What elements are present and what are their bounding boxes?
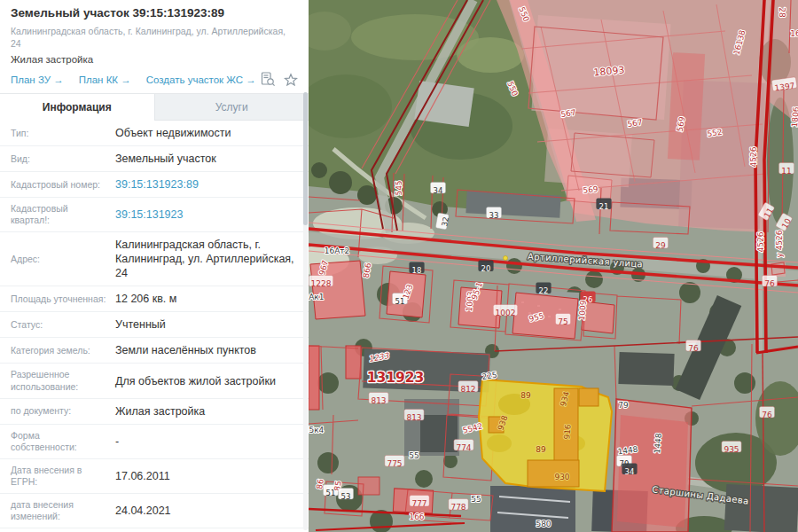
field-value: Учтенный	[115, 317, 298, 332]
svg-text:1448: 1448	[653, 433, 663, 454]
svg-text:545: 545	[395, 180, 403, 195]
map-label: 16	[790, 29, 798, 38]
field-label: Тип:	[11, 128, 115, 139]
parcel-usage-subtitle: Жилая застройка	[11, 54, 298, 65]
map-label: 79	[618, 401, 629, 410]
map-label: 18	[409, 262, 424, 276]
svg-text:580: 580	[536, 520, 551, 528]
map-label: у 4526	[775, 230, 784, 257]
svg-text:3Ак1: 3Ак1	[309, 293, 325, 301]
map-label: 131923	[367, 370, 425, 386]
info-row: дата внесения изменений:24.04.2021	[0, 494, 309, 528]
svg-text:813: 813	[406, 413, 421, 422]
info-row: Адрес:Калининградская область, г. Калини…	[0, 232, 309, 286]
info-row: Категория земель:Земли населённых пункто…	[0, 338, 309, 364]
svg-text:75: 75	[558, 317, 567, 326]
map-viewport[interactable]: 1809356756756955255055016138569281397161…	[309, 0, 798, 532]
parcel-title: Земельный участок 39:15:131923:89	[11, 6, 298, 21]
map-label: 812	[458, 381, 478, 395]
map-label: 1002	[493, 305, 517, 318]
map-label: 935	[722, 442, 741, 455]
svg-text:11: 11	[781, 167, 791, 176]
street-marker	[504, 256, 508, 261]
selected-parcel-89[interactable]	[479, 379, 612, 491]
svg-text:76: 76	[764, 279, 775, 288]
action-link[interactable]: План ЗУ →	[11, 74, 64, 85]
svg-text:166: 166	[409, 512, 424, 521]
panel-tabs: ИнформацияУслуги	[0, 93, 309, 121]
tab-services[interactable]: Услуги	[154, 94, 309, 121]
field-label: по документу:	[11, 405, 115, 417]
map-label: 75	[555, 314, 570, 327]
action-link[interactable]: План КК →	[79, 74, 131, 85]
map-label: 166	[409, 512, 424, 521]
action-link[interactable]: Создать участок ЖС →	[146, 74, 256, 85]
info-row: Площадь уточненная:12 206 кв. м	[0, 286, 309, 312]
svg-text:16: 16	[790, 29, 798, 38]
map-label: 11	[778, 163, 794, 176]
map-label: 33	[486, 207, 501, 221]
map-label: 28	[778, 7, 786, 18]
info-panel: Земельный участок 39:15:131923:89 Калини…	[0, 0, 309, 532]
svg-text:89: 89	[536, 445, 546, 454]
map-label: 89	[536, 445, 546, 454]
doc-search-icon[interactable]	[261, 72, 276, 87]
field-value: 12 206 кв. м	[115, 292, 298, 306]
field-value: Калининградская область, г. Калининград,…	[115, 238, 298, 280]
map-label: 55к4	[309, 426, 325, 434]
map-label: 777	[410, 496, 429, 509]
map-label: 3Ак1	[309, 293, 325, 301]
map-label: 813	[404, 410, 424, 423]
svg-text:1009: 1009	[577, 300, 588, 321]
map-label: 930	[554, 473, 569, 481]
map-label: 4526	[756, 231, 765, 252]
svg-text:813: 813	[371, 396, 386, 405]
svg-text:28: 28	[778, 7, 786, 18]
field-label: Адрес:	[11, 254, 115, 265]
parcel-address-line: Калининградская область, г. Калининград,…	[11, 26, 298, 50]
field-value[interactable]: 39:15:131923:89	[115, 177, 298, 192]
svg-text:930: 930	[554, 473, 569, 481]
info-row: Разрешенное использование:Для объектов ж…	[0, 364, 309, 398]
svg-text:34: 34	[434, 186, 443, 195]
map-label: 34	[430, 183, 445, 196]
svg-text:18: 18	[412, 266, 422, 275]
svg-text:55: 55	[471, 495, 481, 504]
map-label: 775	[385, 456, 404, 469]
map-label: 1009	[577, 300, 588, 321]
field-label: Площадь уточненная:	[11, 293, 115, 305]
info-list: Тип:Объект недвижимостиВид:Земельный уча…	[0, 121, 309, 532]
svg-text:29: 29	[655, 241, 666, 250]
svg-text:935: 935	[724, 445, 739, 454]
map-label: 4526	[749, 146, 758, 167]
panel-header: Земельный участок 39:15:131923:89 Калини…	[0, 0, 309, 87]
field-value[interactable]: 39:15:131923	[115, 207, 298, 222]
map-label: 89	[520, 391, 531, 400]
map-label: 21	[596, 199, 611, 212]
panel-scrollbar[interactable]	[303, 92, 308, 530]
svg-text:34: 34	[625, 467, 635, 476]
info-row: Кадастровая стоимость:49 973 805,2 руб.	[0, 528, 309, 532]
info-row: по документу:Жилая застройка	[0, 399, 309, 425]
svg-text:55к4: 55к4	[309, 426, 325, 434]
map-label: 55	[409, 451, 419, 460]
field-label: Вид:	[11, 153, 115, 165]
map-label: 20	[478, 261, 493, 274]
field-value: 17.06.2011	[115, 469, 298, 483]
star-icon[interactable]	[284, 73, 298, 87]
info-row: Вид:Земельный участок	[0, 146, 309, 172]
svg-text:16Ат2: 16Ат2	[325, 246, 350, 255]
info-row: Кадастровый номер:39:15:131923:89	[0, 172, 309, 198]
svg-text:53: 53	[341, 492, 351, 501]
map-label: 916	[562, 424, 572, 440]
svg-text:у 4526: у 4526	[775, 230, 784, 257]
map-label: 32	[435, 213, 450, 230]
svg-text:569: 569	[583, 184, 598, 194]
tab-info[interactable]: Информация	[0, 94, 154, 121]
map-label: 545	[395, 180, 403, 195]
svg-text:76: 76	[688, 344, 699, 353]
field-label: Разрешенное использование:	[11, 369, 115, 392]
svg-text:777: 777	[411, 499, 426, 508]
map-label: 53	[338, 489, 353, 502]
scrollbar-thumb[interactable]	[303, 92, 308, 225]
